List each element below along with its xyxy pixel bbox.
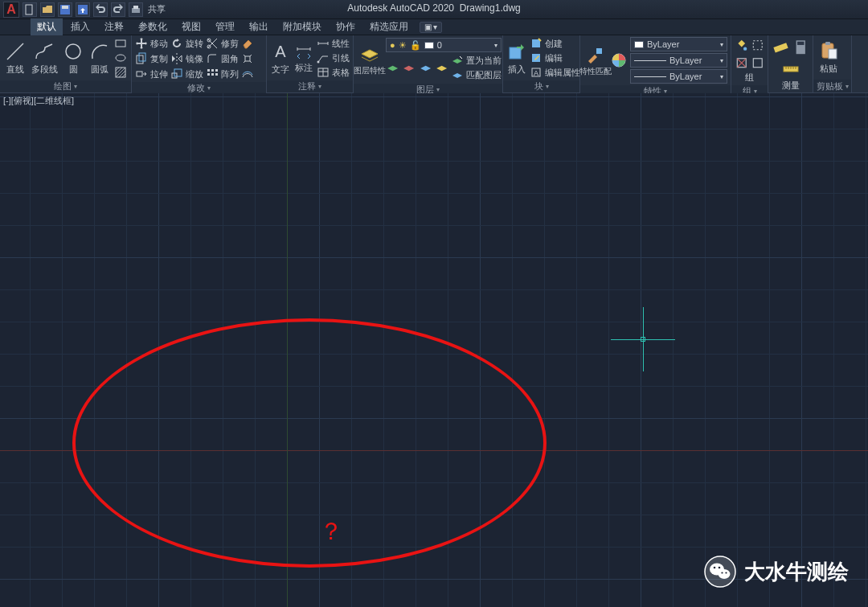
tool-polyline-label: 多段线 [31, 64, 58, 76]
tool-circle[interactable]: 圆 [61, 41, 85, 76]
tab-default[interactable]: 默认 [31, 18, 63, 35]
tool-mirror[interactable]: 镜像 [170, 52, 203, 65]
tab-parametric[interactable]: 参数化 [132, 18, 174, 35]
tool-arc[interactable]: 圆弧 [88, 41, 112, 76]
match-props-icon [585, 45, 606, 66]
circle-icon [63, 41, 84, 62]
tool-ellipse[interactable] [114, 51, 127, 64]
open-icon[interactable] [40, 2, 55, 17]
lineweight-preview [634, 60, 666, 61]
tool-leader[interactable]: 引线 [317, 51, 350, 64]
group-icon-1[interactable] [735, 37, 749, 54]
panel-draw-title[interactable]: 绘图 [0, 80, 131, 92]
new-icon[interactable] [23, 2, 37, 17]
block-edit-attr[interactable]: A编辑属性 [530, 66, 580, 79]
saveas-icon[interactable] [76, 2, 90, 17]
quick-access-toolbar [23, 2, 143, 17]
fillet-icon [206, 52, 219, 65]
tool-linear[interactable]: 线性 [317, 37, 350, 50]
layer-sub1-icon[interactable] [386, 54, 399, 81]
tool-erase[interactable] [241, 37, 254, 50]
lineweight-combo[interactable]: ByLayer▾ [630, 53, 727, 68]
layer-sub2-icon[interactable] [402, 54, 416, 81]
save-icon[interactable] [58, 2, 72, 17]
tool-measure[interactable]: 测量 [782, 60, 800, 92]
tool-dimension[interactable]: 标注 [293, 43, 314, 74]
tool-text[interactable]: A 文字 [270, 41, 291, 76]
app-menu-icon[interactable]: A [3, 2, 19, 18]
tool-layer-props[interactable]: 图层特性 [357, 44, 383, 75]
print-icon[interactable] [129, 2, 143, 17]
drawing-canvas[interactable]: [-][俯视][二维线框] ？ 大水牛测绘 [0, 93, 868, 607]
svg-line-6 [7, 43, 23, 59]
scale-icon [170, 68, 183, 80]
layer-sub4-icon[interactable] [435, 54, 448, 81]
tool-array[interactable]: 阵列 [206, 68, 239, 80]
tool-match-props[interactable]: 特性匹配 [583, 45, 608, 76]
group-icon-4[interactable] [751, 55, 765, 72]
tool-paste[interactable]: 粘贴 [817, 40, 841, 75]
tool-copy[interactable]: 复制 [135, 52, 168, 65]
edit-block-icon [530, 51, 542, 64]
linetype-combo[interactable]: ByLayer▾ [630, 69, 727, 84]
tab-addins[interactable]: 附加模块 [276, 18, 328, 35]
measure-icon[interactable] [772, 37, 790, 58]
block-create[interactable]: 创建 [530, 37, 580, 50]
tab-featured[interactable]: 精选应用 [363, 18, 415, 35]
panel-draw: 直线 多段线 圆 圆弧 绘图 [0, 35, 132, 92]
tool-offset[interactable] [241, 68, 254, 80]
tool-table[interactable]: 表格 [317, 66, 350, 79]
tool-polyline[interactable]: 多段线 [30, 41, 59, 76]
tool-stretch[interactable]: 拉伸 [135, 68, 168, 80]
tool-fillet[interactable]: 圆角 [206, 52, 239, 65]
group-label: 组 [745, 72, 754, 84]
block-edit[interactable]: 编辑 [530, 51, 580, 64]
offset-icon [241, 68, 254, 80]
layer-props-label: 图层特性 [354, 67, 386, 75]
group-icon-2[interactable] [751, 37, 765, 54]
tool-color-wheel[interactable] [610, 51, 628, 69]
group-icon-3[interactable] [735, 55, 749, 72]
panel-annotate-title[interactable]: 注释 [267, 80, 353, 92]
tool-line[interactable]: 直线 [3, 41, 27, 76]
tool-explode[interactable] [241, 52, 254, 65]
tool-scale[interactable]: 缩放 [170, 68, 203, 80]
tool-hatch[interactable] [114, 66, 127, 79]
svg-rect-19 [211, 69, 214, 72]
color-combo[interactable]: ByLayer▾ [630, 37, 727, 51]
tab-overflow[interactable]: ▣ ▾ [420, 22, 442, 33]
chevron-down-icon: ▾ [494, 42, 497, 49]
panel-clip-title[interactable]: 剪贴板 [813, 80, 851, 92]
window-title: Autodesk AutoCAD 2020 Drawing1.dwg [347, 2, 520, 14]
tab-view[interactable]: 视图 [175, 18, 207, 35]
layer-sub3-icon[interactable] [419, 54, 432, 81]
panel-block-title[interactable]: 块 [503, 80, 579, 92]
svg-text:A: A [275, 43, 286, 60]
tab-output[interactable]: 输出 [243, 18, 275, 35]
tab-manage[interactable]: 管理 [209, 18, 241, 35]
tool-trim[interactable]: 修剪 [206, 37, 239, 50]
viewport-label[interactable]: [-][俯视][二维线框] [3, 95, 74, 107]
chevron-down-icon: ▾ [720, 57, 723, 64]
tab-insert[interactable]: 插入 [64, 18, 96, 35]
tab-annotate[interactable]: 注释 [98, 18, 130, 35]
tool-rotate[interactable]: 旋转 [170, 37, 203, 50]
calc-icon[interactable] [792, 37, 810, 58]
undo-icon[interactable] [93, 2, 108, 17]
tab-collaborate[interactable]: 协作 [330, 18, 362, 35]
svg-point-9 [116, 55, 125, 61]
panel-modify-title[interactable]: 修改 [132, 82, 266, 94]
layer-combo[interactable]: ● ☀ 🔓 0 ▾ [386, 38, 502, 52]
layer-make-current[interactable]: 置为当前 [451, 54, 502, 67]
tool-rectangle[interactable] [114, 37, 127, 50]
tool-insert-block[interactable]: 插入 [506, 41, 527, 76]
share-button[interactable]: 共享 [148, 3, 166, 15]
trim-icon [206, 37, 219, 50]
redo-icon[interactable] [111, 2, 125, 17]
svg-rect-38 [753, 58, 762, 67]
array-icon [206, 68, 219, 80]
tool-move[interactable]: 移动 [135, 37, 168, 50]
line-icon [5, 41, 26, 62]
layer-match[interactable]: 匹配图层 [451, 68, 502, 81]
layer-props-icon [359, 44, 380, 65]
